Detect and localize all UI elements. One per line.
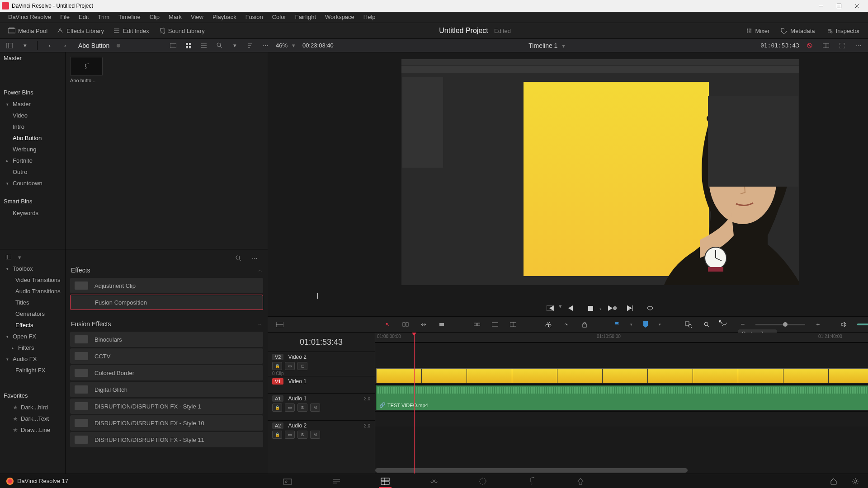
menu-view[interactable]: View: [186, 12, 208, 23]
panel-layout-button[interactable]: [4, 40, 15, 51]
menu-trim[interactable]: Trim: [94, 12, 114, 23]
custom-zoom-button[interactable]: ↖: [720, 319, 730, 329]
power-bins-header[interactable]: Power Bins: [0, 86, 65, 99]
a1-badge[interactable]: A1: [272, 395, 283, 402]
cut-page-button[interactable]: [330, 476, 343, 487]
media-page-button[interactable]: [281, 476, 294, 487]
minimize-button[interactable]: [812, 0, 830, 12]
menu-edit[interactable]: Edit: [74, 12, 93, 23]
scrub-handle[interactable]: [317, 293, 318, 299]
insert-clip-button[interactable]: [544, 303, 556, 314]
eff-panel-layout[interactable]: [3, 252, 14, 263]
more-button[interactable]: ⋯: [259, 40, 271, 51]
fairlight-page-button[interactable]: [525, 476, 538, 487]
track-area[interactable]: 01:00:00:00 01:10:50:00 01:21:40:00 🔗TES…: [375, 333, 868, 474]
filters-node[interactable]: ▸Filters: [0, 342, 65, 353]
sound-library-toggle[interactable]: Sound Library: [154, 24, 209, 37]
inspector-toggle[interactable]: Inspector: [821, 24, 864, 37]
playhead[interactable]: [414, 333, 415, 474]
thumbnail-view-button[interactable]: [183, 40, 194, 51]
bypass-fx-button[interactable]: [804, 40, 816, 51]
marker-button[interactable]: [641, 319, 651, 329]
effect-disruption-1[interactable]: DISRUPTION/DISRUPTION FX - Style 1: [70, 399, 263, 414]
timeline-view-opts[interactable]: [275, 319, 285, 329]
favorites-header[interactable]: Favorites: [0, 389, 65, 402]
a2-mute[interactable]: M: [310, 431, 320, 439]
bin-intro[interactable]: Intro: [0, 121, 65, 132]
a2-track[interactable]: [375, 411, 868, 427]
maximize-button[interactable]: [830, 0, 848, 12]
search-button[interactable]: [213, 40, 225, 51]
color-page-button[interactable]: [476, 476, 489, 487]
flag-button[interactable]: [612, 319, 622, 329]
bin-keywords[interactable]: Keywords: [0, 207, 65, 219]
insert-tool[interactable]: [472, 319, 482, 329]
fav-3[interactable]: ★Draw...Line: [0, 424, 65, 436]
keyframe-button[interactable]: [609, 303, 621, 314]
v2-badge[interactable]: V2: [272, 354, 283, 360]
deliver-page-button[interactable]: [574, 476, 587, 487]
a1-clip[interactable]: 🔗TEST VIDEO.mp4: [376, 385, 868, 410]
bin-outro[interactable]: Outro: [0, 166, 65, 178]
v1-badge[interactable]: V1: [272, 378, 283, 385]
menu-help[interactable]: Help: [359, 12, 380, 23]
full-zoom-button[interactable]: [684, 319, 693, 329]
bin-werbung[interactable]: Werbung: [0, 144, 65, 155]
mixer-toggle[interactable]: Mixer: [741, 24, 774, 37]
generators-node[interactable]: Generators: [0, 308, 65, 319]
smart-bins-header[interactable]: Smart Bins: [0, 195, 65, 207]
menu-playback[interactable]: Playback: [208, 12, 241, 23]
dynamic-trim-tool[interactable]: [419, 319, 429, 329]
openfx-node[interactable]: ▾Open FX: [0, 331, 65, 342]
razor-tool[interactable]: [543, 319, 553, 329]
viewer[interactable]: [268, 52, 868, 292]
toolbox-node[interactable]: ▾Toolbox: [0, 263, 65, 274]
effects-section[interactable]: Effects︿: [70, 264, 263, 277]
close-button[interactable]: [848, 0, 866, 12]
menu-workspace[interactable]: Workspace: [321, 12, 359, 23]
v2-lock[interactable]: 🔒: [272, 362, 282, 370]
a1-track[interactable]: 🔗TEST VIDEO.mp4: [375, 384, 868, 411]
a2-header[interactable]: A2Audio 22.0 🔒▭SM: [268, 420, 375, 436]
settings-button[interactable]: [849, 476, 862, 487]
menu-fairlight[interactable]: Fairlight: [291, 12, 321, 23]
chevron-down-icon[interactable]: ▾: [19, 40, 31, 51]
search-dropdown[interactable]: ▾: [229, 40, 241, 51]
metadata-toggle[interactable]: Metadata: [776, 24, 819, 37]
audio-transitions-node[interactable]: Audio Transitions: [0, 286, 65, 297]
master-bin[interactable]: Master: [0, 52, 65, 64]
a2-lock[interactable]: 🔒: [272, 431, 282, 439]
list-view-button[interactable]: [198, 40, 210, 51]
effect-binoculars[interactable]: Binoculars: [70, 332, 263, 347]
effect-colored-border[interactable]: Colored Border: [70, 365, 263, 380]
timeline-ruler[interactable]: 01:00:00:00 01:10:50:00 01:21:40:00: [375, 333, 868, 343]
effect-disruption-11[interactable]: DISRUPTION/DISRUPTION FX - Style 11: [70, 432, 263, 447]
timeline-name[interactable]: Timeline 1: [528, 42, 557, 49]
bin-abo-button[interactable]: Abo Button: [0, 132, 65, 144]
a2-enable[interactable]: ▭: [285, 431, 295, 439]
home-button[interactable]: [827, 476, 840, 487]
v2-header[interactable]: V2Video 2 🔒▭◻ 0 Clip: [268, 352, 375, 376]
expand-button[interactable]: [836, 40, 848, 51]
loop-button[interactable]: [644, 303, 656, 314]
a1-header[interactable]: A1Audio 12.0 🔒▭SM: [268, 393, 375, 420]
zoom-slider[interactable]: [755, 324, 805, 325]
nav-fwd-button[interactable]: ›: [59, 40, 71, 51]
single-dual-viewer[interactable]: [820, 40, 832, 51]
bin-fortnite[interactable]: ▸Fortnite: [0, 155, 65, 166]
effect-digital-glitch[interactable]: Digital Glitch: [70, 382, 263, 397]
volume-slider[interactable]: [857, 324, 868, 325]
v1-header[interactable]: V1Video 1: [268, 376, 375, 393]
selection-tool[interactable]: ↖: [382, 319, 392, 329]
lock-tool[interactable]: [580, 319, 590, 329]
fav-2[interactable]: ★Dark...Text: [0, 413, 65, 424]
viewer-zoom[interactable]: 46%: [276, 42, 288, 49]
effects-node[interactable]: Effects: [0, 319, 65, 331]
media-pool-area[interactable]: Abo butto...: [66, 52, 268, 249]
media-pool-toggle[interactable]: Media Pool: [4, 24, 52, 37]
fairlightfx-node[interactable]: Fairlight FX: [0, 365, 65, 376]
v2-track[interactable]: [375, 343, 868, 367]
effect-cctv[interactable]: CCTV: [70, 348, 263, 364]
bin-countdown[interactable]: ▾Countdown: [0, 178, 65, 189]
menu-file[interactable]: File: [56, 12, 74, 23]
